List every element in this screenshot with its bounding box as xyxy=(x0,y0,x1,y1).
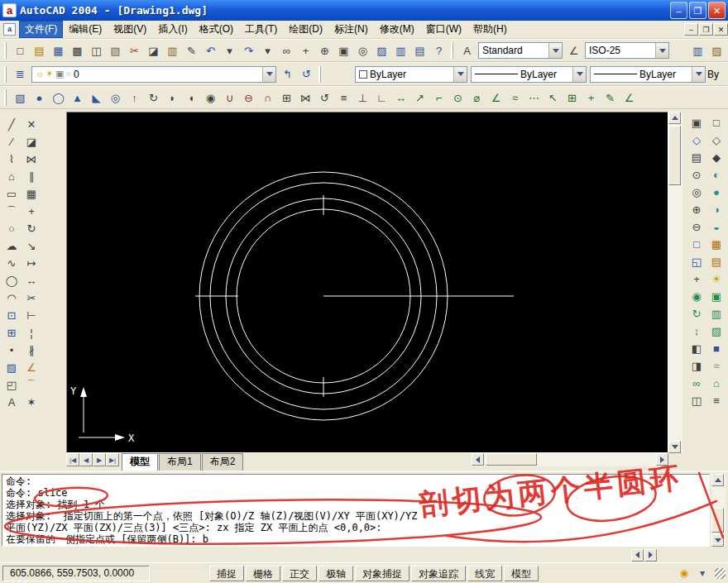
mirror-3d-button[interactable]: ⋈ xyxy=(296,88,315,108)
window-menu[interactable]: 窗口(W) xyxy=(420,21,467,38)
doc-restore-button[interactable]: ❐ xyxy=(699,23,713,36)
save-button[interactable]: ▦ xyxy=(49,41,68,60)
command-hscrollbar[interactable] xyxy=(2,548,710,561)
publish-button[interactable]: ▧ xyxy=(106,41,125,60)
zoom-dynamic-button[interactable]: ◇ xyxy=(687,131,706,149)
dim-linear-button[interactable]: ↔ xyxy=(391,88,410,108)
continuous-orbit-button[interactable]: ∞ xyxy=(687,375,706,392)
drawing-canvas[interactable]: Y X xyxy=(66,112,668,453)
extend-button[interactable]: ⊢ xyxy=(22,307,41,324)
toolbar-grip[interactable] xyxy=(318,66,323,83)
chamfer-button[interactable]: ∠ xyxy=(22,359,41,376)
break-at-point-button[interactable]: ¦ xyxy=(22,324,41,342)
dim-aligned-button[interactable]: ↗ xyxy=(410,88,429,108)
move-button[interactable]: + xyxy=(22,203,41,220)
canvas-hscrollbar[interactable] xyxy=(472,453,668,466)
lineweight-combo[interactable]: ByLayer xyxy=(590,66,706,83)
construction-line-button[interactable]: ∕ xyxy=(2,133,21,151)
arc-button[interactable]: ⌒ xyxy=(2,203,21,220)
plot-button[interactable]: ▩ xyxy=(68,41,87,60)
format-menu[interactable]: 格式(O) xyxy=(194,21,239,38)
print-preview-button[interactable]: ◫ xyxy=(87,41,106,60)
gouraud-shaded-button[interactable]: ● xyxy=(707,184,726,201)
fillet-button[interactable]: ⌒ xyxy=(22,376,41,394)
canvas-vscroll-thumb[interactable] xyxy=(668,126,681,185)
markup-set-manager-button[interactable]: ▨ xyxy=(707,41,726,60)
3d-swivel-button[interactable]: ↻ xyxy=(687,305,706,323)
tools-menu[interactable]: 工具(T) xyxy=(239,21,283,38)
cut-button[interactable]: ✂ xyxy=(125,41,144,60)
file-menu[interactable]: 文件(F) xyxy=(19,21,63,38)
next-tab-button[interactable]: ▶ xyxy=(93,453,106,466)
layout2-tab[interactable]: 布局2 xyxy=(202,453,244,471)
color-dropdown-arrow[interactable] xyxy=(453,67,467,82)
match-properties-button[interactable]: ✎ xyxy=(182,41,201,60)
command-history[interactable]: 命令:命令: slice选择对象: 找到 1 个选择对象: 指定切面上的第一个点… xyxy=(2,474,710,547)
union-button[interactable]: ∪ xyxy=(220,88,239,108)
dim-ordinate-button[interactable]: ⌐ xyxy=(429,88,448,108)
interfere-button[interactable]: ◉ xyxy=(201,88,220,108)
edit-menu[interactable]: 编辑(E) xyxy=(63,21,108,38)
dimension-menu[interactable]: 标注(N) xyxy=(328,21,374,38)
text-style-button[interactable]: A xyxy=(457,41,477,60)
sheet-set-manager-button[interactable]: ▥ xyxy=(688,41,707,60)
command-scroll-right-button[interactable] xyxy=(644,549,657,561)
stretch-button[interactable]: ↦ xyxy=(22,255,41,272)
solid-wedge-button[interactable]: ◣ xyxy=(87,88,106,108)
scroll-right-button[interactable] xyxy=(656,453,668,466)
lineweight-toggle-button[interactable]: 线宽 xyxy=(467,566,502,581)
layer-properties-manager-button[interactable]: ≣ xyxy=(11,65,30,84)
minimize-button[interactable]: – xyxy=(670,2,687,19)
layout1-tab[interactable]: 布局1 xyxy=(159,453,201,471)
canvas-hscroll-thumb[interactable] xyxy=(486,453,537,466)
solid-cone-button[interactable]: ▲ xyxy=(68,88,87,108)
zoom-realtime-button[interactable]: ⊕ xyxy=(315,41,334,60)
align-button[interactable]: ≡ xyxy=(334,88,353,108)
help-menu[interactable]: 帮助(H) xyxy=(467,21,513,38)
color-combo[interactable]: ByLayer xyxy=(355,66,467,83)
scale-button[interactable]: ↘ xyxy=(22,237,41,255)
rotate-3d-button[interactable]: ↺ xyxy=(315,88,334,108)
zoom-extents-button[interactable]: ◱ xyxy=(687,253,706,270)
layer-dropdown-arrow[interactable] xyxy=(262,67,275,82)
dim-style-button[interactable]: ∠ xyxy=(564,41,583,60)
draw-menu[interactable]: 绘图(D) xyxy=(283,21,328,38)
copy-object-button[interactable]: ◪ xyxy=(22,133,41,151)
revolve-button[interactable]: ↻ xyxy=(144,88,163,108)
erase-button[interactable]: ✕ xyxy=(22,116,41,133)
landscape-new-button[interactable]: ⌂ xyxy=(707,375,726,392)
view-menu[interactable]: 视图(V) xyxy=(108,21,152,38)
center-mark-button[interactable]: + xyxy=(582,88,601,108)
named-ucs-button[interactable]: ∟ xyxy=(372,88,391,108)
lineweight-dropdown-arrow[interactable] xyxy=(692,67,705,82)
modify-menu[interactable]: 修改(M) xyxy=(374,21,420,38)
command-vscrollbar[interactable] xyxy=(711,474,726,547)
communication-center-button[interactable]: ◉ xyxy=(677,566,692,581)
new-file-button[interactable]: □ xyxy=(11,41,30,60)
resize-grip[interactable] xyxy=(715,568,726,579)
ortho-toggle-button[interactable]: 正交 xyxy=(282,566,317,581)
redo-dropdown-button[interactable]: ▾ xyxy=(258,41,277,60)
dim-style-dropdown-arrow[interactable] xyxy=(655,43,668,58)
dim-edit-button[interactable]: ✎ xyxy=(601,88,620,108)
drawing-document-icon[interactable]: a xyxy=(3,23,16,36)
text-style-combo[interactable]: Standard xyxy=(478,42,563,59)
render-button[interactable]: ▦ xyxy=(707,236,726,253)
rectangle-button[interactable]: ▭ xyxy=(2,185,21,203)
model-tab[interactable]: 模型 xyxy=(122,453,158,471)
dim-style-button[interactable]: ∠ xyxy=(620,88,639,108)
command-scroll-left-button[interactable] xyxy=(631,549,644,561)
otrack-toggle-button[interactable]: 对象追踪 xyxy=(411,566,466,581)
status-menu-arrow-button[interactable]: ▾ xyxy=(695,566,710,581)
circle-button[interactable]: ○ xyxy=(2,220,21,237)
dim-diameter-button[interactable]: ⌀ xyxy=(467,88,486,108)
extrude-button[interactable]: ↑ xyxy=(125,88,144,108)
3d-array-button[interactable]: ⊞ xyxy=(277,88,296,108)
ellipse-button[interactable]: ◯ xyxy=(2,272,21,289)
background-button[interactable]: ■ xyxy=(707,340,726,357)
flat-shaded-edges-button[interactable]: ◑ xyxy=(707,201,726,218)
command-vscroll-thumb[interactable] xyxy=(711,508,724,533)
render-statistics-button[interactable]: ≡ xyxy=(707,392,726,409)
ellipse-arc-button[interactable]: ◠ xyxy=(2,289,21,307)
solid-torus-button[interactable]: ◎ xyxy=(106,88,125,108)
